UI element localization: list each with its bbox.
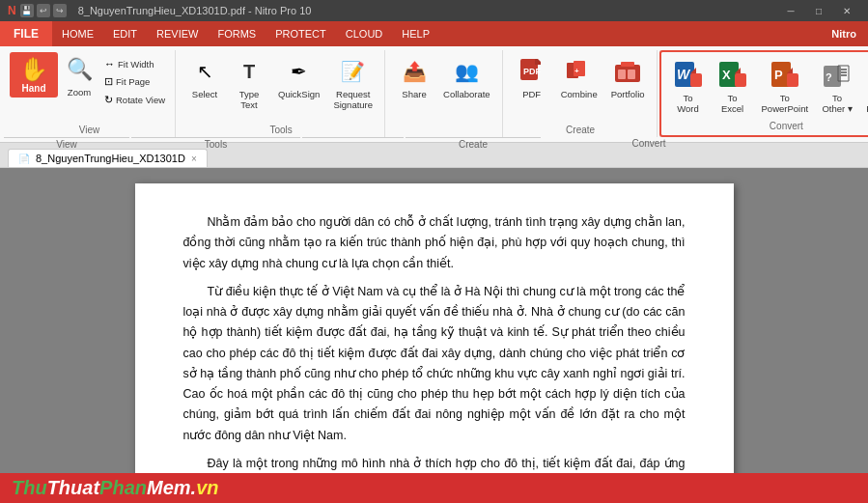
convert-group-label: Convert xyxy=(770,119,803,133)
svg-rect-8 xyxy=(621,62,634,67)
share-label-bottom xyxy=(302,137,404,150)
pdf-button[interactable]: PDF PDF xyxy=(511,52,553,103)
pdf-tab-icon: 📄 xyxy=(18,154,30,164)
close-button[interactable]: ✕ xyxy=(833,0,860,21)
quicksign-icon: ✒ xyxy=(284,56,315,87)
combine-button[interactable]: + Combine xyxy=(555,52,603,103)
excel-icon: X xyxy=(717,60,748,91)
ribbon: ✋ Hand 🔍 Zoom ↔ Fit Width ⊡ xyxy=(0,46,868,143)
redo-icon[interactable]: ↪ xyxy=(53,4,67,17)
to-other-icon: ? xyxy=(822,60,853,91)
share-icon: 📤 xyxy=(399,56,430,87)
zoom-controls: 🔍 Zoom xyxy=(60,52,98,99)
to-excel-button[interactable]: X ToExcel xyxy=(712,56,754,119)
svg-rect-17 xyxy=(735,73,746,87)
paragraph-2: Từ điều kiện thực tế ở Việt Nam và cụ th… xyxy=(183,282,686,446)
rotate-icon: ↻ xyxy=(104,94,113,106)
wm-thuat: Thuat xyxy=(47,477,99,498)
wm-vn: vn xyxy=(196,477,218,498)
svg-marker-3 xyxy=(535,59,541,65)
to-word-button[interactable]: W ToWord xyxy=(667,56,710,119)
svg-text:PDF: PDF xyxy=(523,67,542,76)
svg-rect-9 xyxy=(618,70,626,79)
nitro-label: Nitro xyxy=(820,21,868,46)
to-pdfa-button[interactable]: PDF /A ToPDF/A ▾ xyxy=(860,56,868,119)
tools-group-label: Tools xyxy=(269,123,292,137)
document-tab[interactable]: 📄 8_NguyenTrungHieu_XD1301D × xyxy=(8,149,208,167)
ribbon-group-view: ✋ Hand 🔍 Zoom ↔ Fit Width ⊡ xyxy=(4,50,176,137)
to-other-button[interactable]: ? ToOther ▾ xyxy=(816,56,858,119)
home-menu[interactable]: HOME xyxy=(52,21,103,46)
minimize-button[interactable]: ─ xyxy=(777,0,804,21)
hand-label: Hand xyxy=(22,83,46,94)
view-items: ✋ Hand 🔍 Zoom ↔ Fit Width ⊡ xyxy=(10,50,169,123)
hand-button[interactable]: ✋ Hand xyxy=(10,52,58,98)
share-label: Share xyxy=(402,89,426,99)
word-icon: W xyxy=(673,60,704,91)
ribbon-group-tools: ↖ Select T TypeText ✒ QuickSign 📝 Reques… xyxy=(178,50,385,137)
svg-rect-13 xyxy=(690,73,702,87)
svg-text:X: X xyxy=(722,68,731,82)
svg-text:+: + xyxy=(574,67,579,75)
document-area[interactable]: Nhằm đảm bảo cho người dân có chỗ ở chất… xyxy=(0,168,868,473)
tab-close-button[interactable]: × xyxy=(191,154,197,164)
type-text-button[interactable]: T TypeText xyxy=(228,52,270,115)
ribbon-group-share: 📤 Share 👥 Collaborate xyxy=(387,50,503,137)
convert-items: W ToWord X xyxy=(667,54,868,119)
menu-bar: FILE HOME EDIT REVIEW FORMS PROTECT CLOU… xyxy=(0,21,868,46)
fit-width-label: Fit Width xyxy=(118,59,154,70)
save-icon[interactable]: 💾 xyxy=(20,4,34,17)
collaborate-label: Collaborate xyxy=(443,89,490,99)
to-powerpoint-label: ToPowerPoint xyxy=(762,93,809,115)
quicksign-button[interactable]: ✒ QuickSign xyxy=(272,52,325,103)
collaborate-icon: 👥 xyxy=(451,56,482,87)
create-group-label: Create xyxy=(566,123,595,137)
help-menu[interactable]: HELP xyxy=(392,21,439,46)
fit-page-label: Fit Page xyxy=(116,76,150,87)
review-menu[interactable]: REVIEW xyxy=(147,21,208,46)
fit-page-button[interactable]: ⊡ Fit Page xyxy=(100,73,169,90)
paragraph-3: Đây là một trong những mô hình nhà ở thí… xyxy=(183,454,686,473)
create-label-bottom: Create xyxy=(406,137,541,150)
type-text-label: TypeText xyxy=(239,89,260,111)
svg-text:?: ? xyxy=(826,71,832,83)
title-text: 8_NguyenTrungHieu_XD1301D.pdf - Nitro Pr… xyxy=(78,5,312,16)
request-signature-button[interactable]: 📝 RequestSignature xyxy=(327,52,378,115)
document-page: Nhằm đảm bảo cho người dân có chỗ ở chất… xyxy=(135,183,734,473)
select-button[interactable]: ↖ Select xyxy=(183,52,226,103)
undo-icon[interactable]: ↩ xyxy=(37,4,50,17)
share-button[interactable]: 📤 Share xyxy=(393,52,435,103)
file-menu[interactable]: FILE xyxy=(0,21,52,46)
title-bar-left: N 💾 ↩ ↪ 8_NguyenTrungHieu_XD1301D.pdf - … xyxy=(8,4,311,17)
pdf-icon: PDF xyxy=(517,56,547,87)
quicksign-label: QuickSign xyxy=(278,89,320,99)
wm-phan: Phan xyxy=(99,477,147,498)
fit-controls: ↔ Fit Width ⊡ Fit Page ↻ Rotate View xyxy=(100,52,169,108)
svg-text:W: W xyxy=(677,67,691,82)
watermark-text: ThuThuatPhanMem.vn xyxy=(12,477,218,499)
edit-menu[interactable]: EDIT xyxy=(103,21,147,46)
zoom-button[interactable]: 🔍 Zoom xyxy=(60,52,98,99)
collaborate-button[interactable]: 👥 Collaborate xyxy=(437,52,496,103)
type-text-icon: T xyxy=(234,56,265,87)
fit-page-icon: ⊡ xyxy=(104,75,113,88)
zoom-icon: 🔍 xyxy=(64,54,95,85)
maximize-button[interactable]: □ xyxy=(805,0,832,21)
fit-width-button[interactable]: ↔ Fit Width xyxy=(100,56,169,71)
wm-mem: Mem xyxy=(147,477,191,498)
hand-icon: ✋ xyxy=(19,56,48,83)
pdf-label: PDF xyxy=(522,89,541,99)
rotate-view-button[interactable]: ↻ Rotate View xyxy=(100,92,169,108)
request-sig-icon: 📝 xyxy=(338,56,369,87)
request-sig-label: RequestSignature xyxy=(333,89,373,111)
title-bar: N 💾 ↩ ↪ 8_NguyenTrungHieu_XD1301D.pdf - … xyxy=(0,0,868,21)
view-group-label: View xyxy=(79,123,100,137)
view-label-bottom: View xyxy=(4,137,129,150)
protect-menu[interactable]: PROTECT xyxy=(266,21,336,46)
portfolio-button[interactable]: Portfolio xyxy=(605,52,651,103)
svg-rect-10 xyxy=(628,70,635,79)
cloud-menu[interactable]: CLOUD xyxy=(336,21,393,46)
to-powerpoint-button[interactable]: P ToPowerPoint xyxy=(756,56,815,119)
ribbon-group-convert: W ToWord X xyxy=(659,50,868,137)
forms-menu[interactable]: FORMS xyxy=(208,21,266,46)
